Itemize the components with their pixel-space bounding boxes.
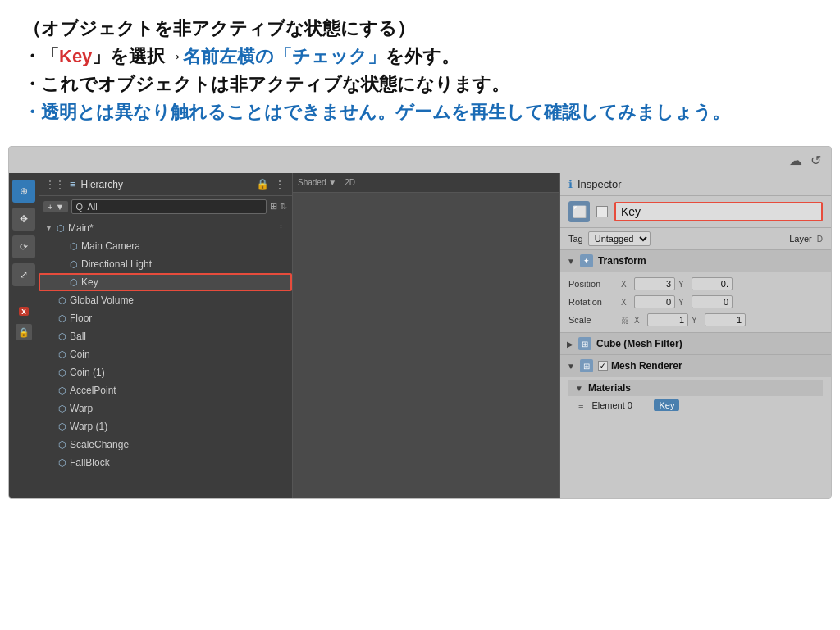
transform-title: Transform [598, 255, 824, 267]
viewport-2d-toggle[interactable]: 2D [345, 178, 355, 187]
hierarchy-item-ball[interactable]: ⬡ Ball [39, 327, 292, 345]
position-x-axis: X [621, 280, 631, 289]
inspector-panel: ℹ Inspector ⬜ Tag Untagged [560, 173, 831, 498]
hierarchy-item-light[interactable]: ⬡ Directional Light [39, 255, 292, 273]
fallblock-label: FallBlock [70, 457, 110, 468]
inspector-header: ℹ Inspector [560, 173, 831, 196]
hierarchy-item-main[interactable]: ▼ ⬡ Main* ⋮ [39, 219, 292, 237]
hierarchy-item-scalechange[interactable]: ⬡ ScaleChange [39, 436, 292, 454]
go-cube-icon: ⬜ [573, 205, 587, 218]
mesh-renderer-title: Mesh Renderer [611, 360, 682, 372]
hierarchy-header-icons: 🔒 ⋮ [256, 178, 285, 191]
tool-btn-rect[interactable]: ⤢ [12, 263, 35, 286]
hierarchy-search-bar: + ▼ ⊞ ⇅ [39, 196, 292, 217]
inspector-body: ⬜ Tag Untagged Layer D ▼ [560, 196, 831, 498]
warp1-label: Warp (1) [70, 421, 107, 432]
inspector-title: Inspector [578, 178, 823, 190]
mesh-filter-arrow: ▶ [567, 340, 573, 349]
scalechange-icon: ⬡ [58, 440, 66, 450]
rotation-row: Rotation X Y [560, 293, 831, 311]
globalvolume-label: Global Volume [70, 294, 134, 306]
main-arrow: ▼ [45, 224, 53, 232]
scale-y-input[interactable] [705, 313, 746, 326]
hierarchy-item-warp1[interactable]: ⬡ Warp (1) [39, 418, 292, 436]
transform-header[interactable]: ▼ ✦ Transform [560, 250, 831, 272]
mesh-filter-header[interactable]: ▶ ⊞ Cube (Mesh Filter) [560, 333, 831, 354]
bullet-1: ・「Key」を選択→名前左横の「チェック」を外す。 [23, 43, 817, 71]
position-x-input[interactable] [634, 277, 675, 290]
transform-icon-glyph: ✦ [583, 257, 590, 265]
accelpoint-icon: ⬡ [58, 386, 66, 396]
scale-x-input[interactable] [647, 313, 688, 326]
globalvolume-icon: ⬡ [58, 295, 66, 306]
transform-section: ▼ ✦ Transform Position X Y [560, 250, 831, 333]
viewport-canvas[interactable] [293, 193, 559, 498]
hierarchy-item-warp[interactable]: ⬡ Warp [39, 399, 292, 418]
mesh-renderer-checkbox[interactable]: ✓ [598, 361, 608, 371]
hierarchy-search-input[interactable] [71, 199, 267, 214]
light-label: Directional Light [81, 258, 152, 270]
hierarchy-item-camera[interactable]: ⬡ Main Camera [39, 237, 292, 255]
rotation-x-input[interactable] [634, 295, 675, 308]
bullet1-suffix: を外す。 [386, 46, 459, 66]
hierarchy-item-globalvolume[interactable]: ⬡ Global Volume [39, 291, 292, 309]
hierarchy-item-fallblock[interactable]: ⬡ FallBlock [39, 454, 292, 472]
materials-section: ▼ Materials ≡ Element 0 Key [560, 377, 831, 418]
mesh-renderer-header[interactable]: ▼ ⊞ ✓ Mesh Renderer [560, 355, 831, 377]
mesh-renderer-arrow: ▼ [567, 362, 575, 371]
rotation-y-input[interactable] [692, 295, 733, 308]
search-sort-icon[interactable]: ⇅ [280, 201, 287, 212]
cloud-icon: ☁ [789, 153, 802, 168]
viewport-toolbar-items: Shaded ▼ [298, 178, 336, 187]
bullet1-prefix: ・「 [23, 46, 59, 66]
warp-label: Warp [70, 403, 93, 414]
search-filter-icon[interactable]: ⊞ [270, 201, 277, 212]
tag-select[interactable]: Untagged [588, 231, 651, 246]
tool-btn-rotate[interactable]: ✥ [12, 208, 35, 231]
coin-icon: ⬡ [58, 349, 66, 360]
hierarchy-item-coin1[interactable]: ⬡ Coin (1) [39, 363, 292, 381]
mesh-renderer-icon: ⊞ [580, 359, 593, 372]
rotation-y-axis: Y [678, 298, 688, 307]
mesh-filter-title: Cube (Mesh Filter) [596, 338, 824, 349]
hierarchy-item-coin[interactable]: ⬡ Coin [39, 345, 292, 363]
tool-btn-move[interactable]: ⊕ [12, 180, 35, 203]
bullet1-red: Key [59, 46, 92, 66]
hierarchy-title: Hierarchy [81, 179, 251, 190]
camera-label: Main Camera [81, 240, 140, 252]
hierarchy-item-floor[interactable]: ⬡ Floor [39, 309, 292, 327]
tool-btn-scale[interactable]: ⟳ [12, 235, 35, 258]
camera-icon: ⬡ [70, 241, 78, 252]
mesh-renderer-row: ✓ Mesh Renderer [598, 360, 682, 372]
rotation-x-axis: X [621, 298, 631, 307]
hierarchy-options-icon[interactable]: ⋮ [274, 178, 285, 191]
hierarchy-item-key[interactable]: ⬡ Key [39, 273, 292, 291]
gameobject-name-input[interactable] [614, 202, 823, 221]
rotation-label: Rotation [568, 297, 618, 307]
unity-main: ⊕ ✥ ⟳ ⤢ x 🔒 ⋮⋮ ≡ Hierarchy 🔒 ⋮ [9, 173, 831, 498]
gameobject-active-checkbox[interactable] [596, 206, 608, 217]
scale-label: Scale [568, 315, 618, 325]
viewport-area[interactable]: Shaded ▼ 2D [293, 173, 560, 498]
unity-editor: ☁ ↺ ⊕ ✥ ⟳ ⤢ x 🔒 ⋮⋮ ≡ Hierarchy 🔒 ⋮ [8, 146, 832, 499]
text-section: （オブジェクトを非アクティブな状態にする） ・「Key」を選択→名前左横の「チェ… [0, 0, 840, 138]
element-label: Element 0 [591, 400, 649, 410]
transform-fields: Position X Y Rotation X Y [560, 272, 831, 332]
hierarchy-title-icon: ≡ [70, 178, 76, 190]
hierarchy-add-button[interactable]: + ▼ [43, 201, 68, 212]
position-y-input[interactable] [692, 277, 733, 290]
materials-header[interactable]: ▼ Materials [568, 380, 823, 396]
lock-icon: 🔒 [18, 327, 30, 338]
hierarchy-panel: ⋮⋮ ≡ Hierarchy 🔒 ⋮ + ▼ ⊞ ⇅ [39, 173, 293, 498]
hierarchy-lock-icon[interactable]: 🔒 [256, 178, 269, 190]
lock-icon-area[interactable]: 🔒 [16, 324, 32, 340]
warp-icon: ⬡ [58, 404, 66, 414]
scale-y-axis: Y [692, 316, 701, 325]
element-0-row: ≡ Element 0 Key [568, 396, 823, 414]
hierarchy-item-accelpoint[interactable]: ⬡ AccelPoint [39, 381, 292, 399]
main-options[interactable]: ⋮ [276, 223, 285, 234]
hierarchy-header: ⋮⋮ ≡ Hierarchy 🔒 ⋮ [39, 173, 292, 196]
hierarchy-drag-handle[interactable]: ⋮⋮ [45, 179, 65, 190]
transform-icon: ✦ [580, 254, 593, 267]
viewport-toolbar: Shaded ▼ 2D [293, 173, 559, 193]
